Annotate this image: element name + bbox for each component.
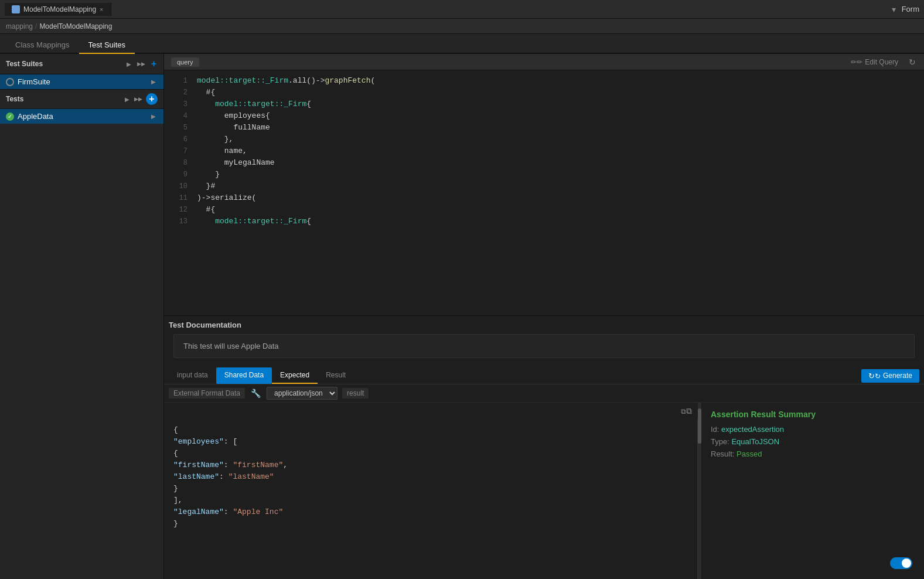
- suite-name: FirmSuite: [18, 77, 50, 86]
- sidebar-actions: ▶▶ +: [125, 57, 158, 70]
- toggle-knob: [902, 558, 911, 568]
- left-sidebar: Test Suites ▶▶ + FirmSuite Tests ▶▶: [0, 54, 164, 579]
- test-doc-container: Test Documentation This test will use Ap…: [164, 316, 924, 363]
- json-line-2: "employees": [: [173, 436, 688, 448]
- tab-expected[interactable]: Expected: [272, 367, 318, 384]
- sidebar-item-firmsuite[interactable]: FirmSuite: [0, 74, 163, 89]
- wrench-icon[interactable]: 🔧: [250, 387, 262, 399]
- query-tab-bar: query ✏ Edit Query ↻: [164, 54, 924, 70]
- tab-title: ModelToModelMapping: [23, 5, 96, 13]
- assertion-id-value: expectedAssertion: [721, 425, 784, 434]
- assertion-type-value: EqualToJSON: [731, 437, 779, 446]
- edit-query-label: Edit Query: [865, 58, 898, 66]
- assertion-panel: Assertion Result Summary Id: expectedAss…: [701, 403, 924, 579]
- main-layout: Test Suites ▶▶ + FirmSuite Tests ▶▶: [0, 54, 924, 579]
- tab-class-mappings[interactable]: Class Mappings: [6, 37, 79, 54]
- code-line-11: 11 )->serialize(: [164, 192, 924, 204]
- check-icon: ✓: [6, 113, 14, 121]
- code-line-1: 1 model::target::_Firm.all()->graphFetch…: [164, 75, 924, 87]
- breadcrumb-title: ModelToModelMapping: [39, 22, 112, 30]
- external-format-label: External Format Data: [169, 388, 245, 399]
- tab-test-suites[interactable]: Test Suites: [79, 37, 135, 54]
- json-line-9: }: [173, 518, 688, 530]
- tab-bar: Class Mappings Test Suites: [0, 34, 924, 54]
- json-line-3: {: [173, 448, 688, 459]
- copy-icon[interactable]: ⧉: [680, 405, 693, 417]
- add-suite-button[interactable]: +: [150, 57, 158, 70]
- test-doc-text: This test will use Apple Data: [173, 334, 915, 358]
- editor-right-container: query ✏ Edit Query ↻ 1 model::target::_F…: [164, 54, 924, 579]
- assertion-type-row: Type: EqualToJSON: [711, 437, 915, 446]
- result-badge: result: [342, 388, 369, 399]
- code-line-13: 13 model::target::_Firm{: [164, 216, 924, 227]
- run-tests-button[interactable]: [124, 95, 131, 104]
- title-bar: ModelToModelMapping × ▾ Form: [0, 0, 924, 19]
- code-line-5: 5 fullName: [164, 122, 924, 134]
- code-line-8: 8 myLegalName: [164, 157, 924, 169]
- test-doc-title: Test Documentation: [169, 321, 919, 329]
- assertion-result-row: Result: Passed: [711, 449, 915, 458]
- refresh-icon: ↻: [868, 372, 881, 380]
- right-panel: Test Documentation This test will use Ap…: [164, 316, 924, 579]
- code-line-12: 12 #{: [164, 204, 924, 216]
- circle-icon: [6, 78, 14, 86]
- json-line-7: ],: [173, 495, 688, 506]
- form-label: Form: [902, 5, 919, 13]
- json-line-5: "lastName": "lastName": [173, 471, 688, 483]
- test-suites-label: Test Suites: [6, 60, 43, 68]
- query-tab-label[interactable]: query: [171, 57, 199, 67]
- play-firmsuite-button[interactable]: [149, 78, 158, 86]
- json-editor[interactable]: { "employees": [ { "firstName": "firstNa…: [164, 420, 698, 579]
- code-line-4: 4 employees{: [164, 110, 924, 122]
- tests-actions: ▶▶: [124, 93, 158, 105]
- test-name: AppleData: [18, 112, 53, 121]
- tests-header: Tests ▶▶: [0, 90, 163, 109]
- title-tab[interactable]: ModelToModelMapping ×: [5, 3, 111, 16]
- generate-button[interactable]: ↻ Generate: [861, 369, 919, 383]
- add-test-button[interactable]: [146, 93, 158, 105]
- data-content: ⧉ { "employees": [ { "firstName": "first…: [164, 403, 924, 579]
- close-tab-button[interactable]: ×: [100, 6, 103, 13]
- mime-type-select[interactable]: application/json: [267, 387, 337, 400]
- tab-result[interactable]: Result: [318, 367, 354, 384]
- assertion-title: Assertion Result Summary: [711, 410, 915, 419]
- data-format-bar: External Format Data 🔧 application/json …: [164, 384, 924, 403]
- assertion-result-label: Result:: [711, 449, 737, 458]
- run-suite-button[interactable]: [125, 60, 132, 69]
- play-appledata-button[interactable]: [149, 113, 158, 121]
- edit-query-button[interactable]: ✏ Edit Query: [851, 58, 898, 66]
- toggle-switch[interactable]: [890, 557, 912, 569]
- breadcrumb-prefix: mapping: [6, 22, 33, 30]
- code-line-2: 2 #{: [164, 87, 924, 98]
- breadcrumb-separator: /: [35, 22, 37, 30]
- code-editor[interactable]: 1 model::target::_Firm.all()->graphFetch…: [164, 70, 924, 315]
- tests-label: Tests: [6, 95, 23, 103]
- assertion-type-label: Type:: [711, 437, 731, 446]
- tab-icon: [12, 5, 20, 13]
- code-line-3: 3 model::target::_Firm{: [164, 98, 924, 110]
- code-line-6: 6 },: [164, 134, 924, 145]
- json-line-8: "legalName": "Apple Inc": [173, 506, 688, 518]
- pencil-icon: ✏: [851, 58, 862, 66]
- toggle-switch-container: [890, 557, 912, 570]
- assertion-id-row: Id: expectedAssertion: [711, 425, 915, 434]
- test-suites-header: Test Suites ▶▶ +: [0, 54, 163, 74]
- test-item-appledata[interactable]: ✓ AppleData: [0, 109, 163, 124]
- code-line-7: 7 name,: [164, 145, 924, 157]
- bottom-panel: Test Documentation This test will use Ap…: [164, 315, 924, 579]
- refresh-icon[interactable]: ↻: [908, 56, 917, 68]
- chevron-down-icon[interactable]: ▾: [891, 4, 897, 15]
- code-line-9: 9 }: [164, 169, 924, 180]
- tab-shared-data[interactable]: Shared Data: [216, 367, 272, 384]
- run-all-suites-button[interactable]: ▶▶: [136, 60, 146, 68]
- plus-icon: [149, 94, 154, 104]
- run-all-tests-button[interactable]: ▶▶: [133, 95, 144, 103]
- json-line-6: }: [173, 483, 688, 495]
- data-tabs-bar: input data Shared Data Expected Result ↻…: [164, 367, 924, 384]
- assertion-id-label: Id:: [711, 425, 721, 434]
- json-line-4: "firstName": "firstName",: [173, 459, 688, 471]
- code-line-10: 10 }#: [164, 180, 924, 192]
- tab-input-data[interactable]: input data: [169, 367, 216, 384]
- breadcrumb: mapping / ModelToModelMapping: [0, 19, 924, 34]
- generate-label: Generate: [883, 372, 912, 380]
